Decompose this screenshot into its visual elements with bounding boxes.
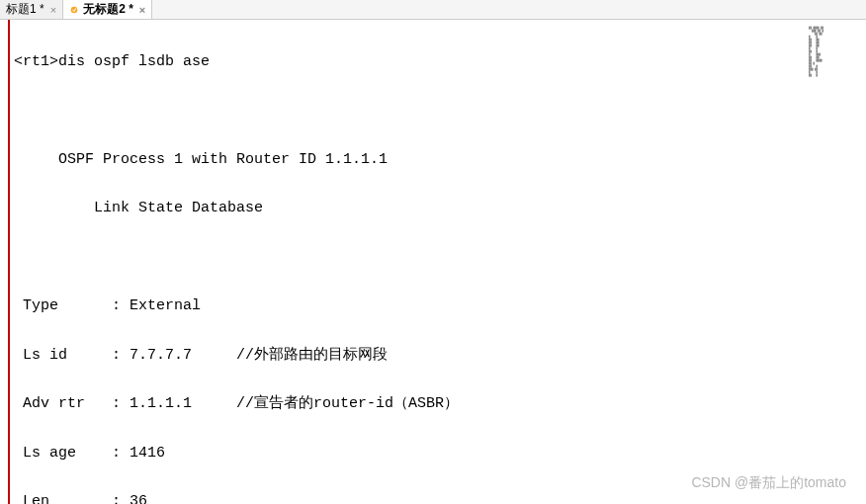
ospf-header: OSPF Process 1 with Router ID 1.1.1.1 [58, 151, 388, 168]
close-icon[interactable]: × [50, 4, 56, 16]
command: dis ospf lsdb ase [58, 53, 210, 70]
field-label: Len [23, 493, 49, 504]
change-gutter [0, 20, 10, 504]
comment: //宣告者的router-id（ASBR） [236, 395, 459, 412]
field-label: Type [23, 297, 58, 314]
tab-label: 无标题2 * [83, 1, 133, 18]
comment: //外部路由的目标网段 [236, 347, 388, 364]
lsdb-header: Link State Database [94, 200, 263, 216]
terminal-output[interactable]: <rt1>dis ospf lsdb ase OSPF Process 1 wi… [10, 20, 866, 504]
tab-bar: 标题1 * × 无标题2 * × [0, 0, 866, 20]
field-label: Ls id [23, 347, 67, 364]
tab-1[interactable]: 标题1 * × [0, 0, 63, 19]
close-icon[interactable]: × [139, 4, 145, 16]
field-label: Adv rtr [23, 395, 85, 412]
field-value: 1.1.1.1 [130, 395, 192, 412]
field-label: Ls age [23, 445, 76, 462]
tab-label: 标题1 * [6, 1, 44, 18]
field-value: External [130, 297, 201, 314]
prompt: <rt1> [14, 53, 58, 70]
field-value: 1416 [130, 445, 165, 462]
field-value: 36 [130, 493, 147, 504]
document-icon [69, 5, 79, 15]
field-value: 7.7.7.7 [130, 347, 192, 364]
content-area: <rt1>dis ospf lsdb ase OSPF Process 1 wi… [0, 20, 866, 504]
tab-2[interactable]: 无标题2 * × [63, 0, 152, 19]
